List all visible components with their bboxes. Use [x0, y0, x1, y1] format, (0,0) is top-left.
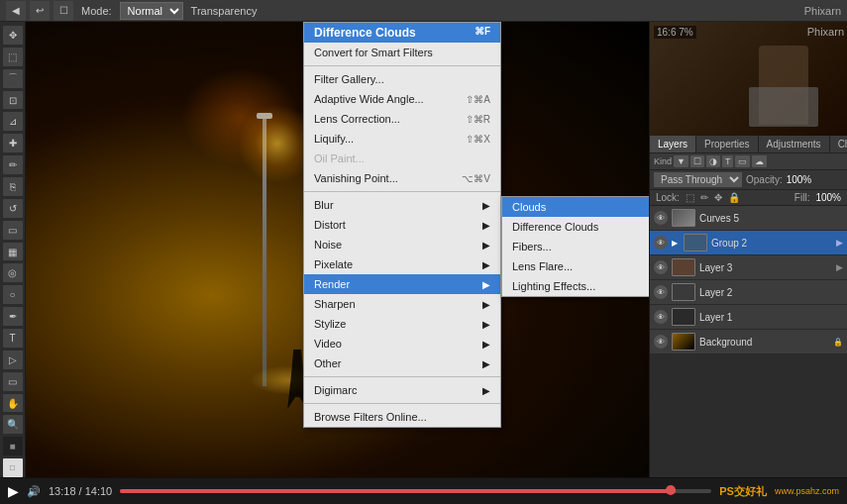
- toolbar-history-icon[interactable]: ↩: [30, 1, 50, 21]
- filter-shape-btn[interactable]: ▭: [735, 155, 750, 167]
- adaptive-wide-angle-item[interactable]: Adaptive Wide Angle... ⇧⌘A: [304, 89, 500, 109]
- blur-item[interactable]: Blur ▶: [304, 195, 500, 215]
- toolbar-arrow-icon[interactable]: ◀: [6, 1, 26, 21]
- lasso-tool-icon[interactable]: ⌒: [3, 69, 23, 88]
- dodge-tool-icon[interactable]: ○: [3, 285, 23, 304]
- convert-smart-filters-label: Convert for Smart Filters: [314, 47, 433, 58]
- vanishing-point-item[interactable]: Vanishing Point... ⌥⌘V: [304, 168, 500, 188]
- oil-paint-item[interactable]: Oil Paint...: [304, 149, 500, 168]
- hand-tool-icon[interactable]: ✋: [3, 394, 23, 413]
- tab-layers[interactable]: Layers: [650, 136, 696, 152]
- adaptive-wide-angle-label: Adaptive Wide Angle...: [314, 93, 424, 105]
- history-brush-icon[interactable]: ↺: [3, 199, 23, 218]
- video-thumb-bg: [650, 22, 847, 136]
- brush-tool-icon[interactable]: ✏: [3, 155, 23, 174]
- play-button[interactable]: ▶: [8, 483, 19, 499]
- layer-eye-layer3[interactable]: 👁: [654, 260, 668, 274]
- stylize-item[interactable]: Stylize ▶: [304, 314, 500, 334]
- layer-eye-curves5[interactable]: 👁: [654, 211, 668, 225]
- convert-smart-filters-item[interactable]: Convert for Smart Filters: [304, 43, 500, 62]
- lock-label: Lock:: [656, 192, 680, 203]
- video-thumbnail: 16:6 7% Phixarn: [650, 22, 847, 136]
- filter-kind-btn[interactable]: ▼: [674, 155, 688, 167]
- zoom-tool-icon[interactable]: 🔍: [3, 415, 23, 434]
- difference-clouds-subitem[interactable]: Difference Clouds: [502, 217, 649, 237]
- move-tool-icon[interactable]: ✥: [3, 26, 23, 45]
- lens-correction-label: Lens Correction...: [314, 113, 400, 125]
- sharpen-item[interactable]: Sharpen ▶: [304, 294, 500, 314]
- pixelate-item[interactable]: Pixelate ▶: [304, 254, 500, 274]
- lock-transparent-icon[interactable]: ⬚: [686, 192, 694, 203]
- layer-eye-background[interactable]: 👁: [654, 335, 668, 349]
- background-color-icon[interactable]: □: [3, 458, 23, 477]
- type-tool-icon[interactable]: T: [3, 329, 23, 348]
- lock-paint-icon[interactable]: ✏: [700, 192, 708, 203]
- fibers-subitem[interactable]: Fibers...: [502, 237, 649, 256]
- lighting-effects-subitem[interactable]: Lighting Effects...: [502, 276, 649, 296]
- noise-item[interactable]: Noise ▶: [304, 235, 500, 254]
- brand-logo: Phixarn: [804, 5, 841, 17]
- clouds-subitem[interactable]: Clouds: [502, 197, 649, 217]
- layer-thumb-layer1: [672, 308, 695, 326]
- foreground-color-icon[interactable]: ■: [3, 437, 23, 455]
- eraser-tool-icon[interactable]: ▭: [3, 221, 23, 240]
- video-progress-bar[interactable]: [120, 489, 711, 493]
- pen-tool-icon[interactable]: ✒: [3, 307, 23, 326]
- layer3-options-icon: ▶: [836, 262, 843, 272]
- render-item[interactable]: Render ▶: [304, 274, 500, 294]
- layer-eye-group2[interactable]: 👁: [654, 236, 668, 250]
- group-expand-icon[interactable]: ▶: [672, 234, 680, 252]
- render-submenu[interactable]: Clouds Difference Clouds Fibers... Lens …: [501, 196, 649, 297]
- layer-item-group2[interactable]: 👁 ▶ Group 2 ▶: [650, 231, 847, 255]
- phixarn-logo: Phixarn: [807, 26, 844, 38]
- heal-tool-icon[interactable]: ✚: [3, 134, 23, 152]
- filter-adjust-btn[interactable]: ◑: [706, 155, 720, 167]
- mode-select[interactable]: Normal: [120, 2, 183, 20]
- lock-all-icon[interactable]: 🔒: [728, 192, 740, 203]
- video-progress-handle[interactable]: [666, 485, 676, 495]
- video-thumb-time: 16:6 7%: [654, 26, 696, 39]
- browse-filters-item[interactable]: Browse Filters Online...: [304, 407, 500, 427]
- distort-label: Distort: [314, 219, 346, 231]
- layer-item-layer2[interactable]: 👁 Layer 2: [650, 280, 847, 305]
- tab-adjustments[interactable]: Adjustments: [759, 136, 830, 152]
- eyedropper-tool-icon[interactable]: ⊿: [3, 112, 23, 131]
- gradient-tool-icon[interactable]: ▦: [3, 243, 23, 261]
- filter-gallery-item[interactable]: Filter Gallery...: [304, 69, 500, 89]
- liquify-item[interactable]: Liquify... ⇧⌘X: [304, 129, 500, 149]
- volume-button[interactable]: 🔊: [27, 485, 41, 498]
- crop-tool-icon[interactable]: ⊡: [3, 91, 23, 110]
- layer-item-background[interactable]: 👁 Background 🔒: [650, 330, 847, 354]
- filter-type-btn[interactable]: T: [722, 155, 734, 167]
- layers-panel: Layers Properties Adjustments Channels P…: [650, 136, 847, 477]
- blend-mode-select[interactable]: Pass Through: [654, 172, 742, 187]
- layer-item-layer3[interactable]: 👁 Layer 3 ▶: [650, 255, 847, 280]
- path-select-icon[interactable]: ▷: [3, 351, 23, 369]
- tab-properties[interactable]: Properties: [696, 136, 759, 152]
- lens-flare-subitem[interactable]: Lens Flare...: [502, 256, 649, 276]
- layer-eye-layer2[interactable]: 👁: [654, 285, 668, 299]
- toolbar-box-icon[interactable]: ☐: [53, 1, 73, 21]
- filter-pixel-btn[interactable]: ☐: [690, 155, 704, 167]
- adaptive-wide-angle-shortcut: ⇧⌘A: [466, 94, 490, 105]
- clone-tool-icon[interactable]: ⎘: [3, 177, 23, 196]
- distort-item[interactable]: Distort ▶: [304, 215, 500, 235]
- shape-tool-icon[interactable]: ▭: [3, 372, 23, 391]
- tab-channels[interactable]: Channels: [830, 136, 847, 152]
- lock-move-icon[interactable]: ✥: [714, 192, 722, 203]
- video-item[interactable]: Video ▶: [304, 334, 500, 353]
- layer-eye-layer1[interactable]: 👁: [654, 310, 668, 324]
- digimarc-item[interactable]: Digimarc ▶: [304, 380, 500, 400]
- opacity-value: 100%: [787, 174, 812, 185]
- layer-thumb-group2: [684, 234, 707, 252]
- fill-label: Fill:: [794, 192, 810, 203]
- filter-smart-btn[interactable]: ☁: [752, 155, 767, 167]
- layer-item-curves5[interactable]: 👁 Curves 5: [650, 206, 847, 231]
- filter-menu-title: Difference Clouds: [314, 26, 416, 40]
- layer-item-layer1[interactable]: 👁 Layer 1: [650, 305, 847, 330]
- lens-correction-item[interactable]: Lens Correction... ⇧⌘R: [304, 109, 500, 129]
- blur-tool-icon[interactable]: ◎: [3, 263, 23, 282]
- filter-menu[interactable]: Difference Clouds ⌘F Convert for Smart F…: [303, 22, 501, 428]
- select-tool-icon[interactable]: ⬚: [3, 48, 23, 66]
- other-item[interactable]: Other ▶: [304, 353, 500, 373]
